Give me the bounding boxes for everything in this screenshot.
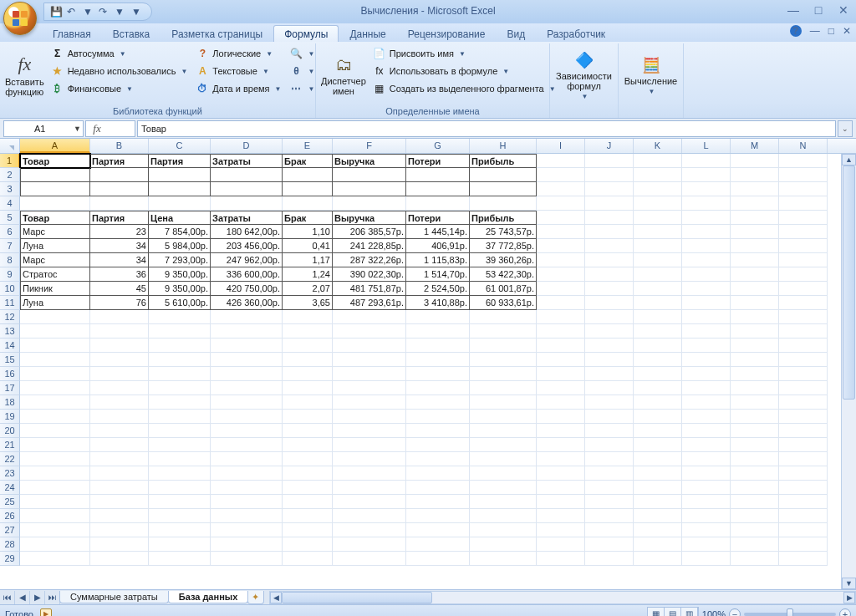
cell-B9[interactable]: 36 [90,267,149,282]
cell-K4[interactable] [634,196,682,211]
cell-B14[interactable] [90,339,149,353]
cell-D14[interactable] [211,339,283,353]
column-header-C[interactable]: C [149,139,211,153]
cell-A26[interactable] [20,509,90,523]
cell-A23[interactable] [20,466,90,481]
cell-F7[interactable]: 241 228,85р. [333,239,406,253]
cell-F11[interactable]: 487 293,61р. [333,296,406,310]
cell-E25[interactable] [283,495,333,509]
cell-F12[interactable] [333,310,406,324]
cell-K17[interactable] [634,381,682,395]
cell-N17[interactable] [779,381,828,395]
cell-A1[interactable]: Товар [20,154,90,168]
row-header-28[interactable]: 28 [0,537,20,552]
cell-E23[interactable] [283,466,333,481]
cell-M22[interactable] [731,452,779,466]
cell-K24[interactable] [634,481,682,495]
cell-K11[interactable] [634,296,682,310]
cell-C6[interactable]: 7 854,00р. [149,225,211,239]
cell-K6[interactable] [634,225,682,239]
cell-M27[interactable] [731,523,779,537]
cell-L10[interactable] [682,282,731,296]
cell-M8[interactable] [731,253,779,267]
cell-D12[interactable] [211,310,283,324]
cell-B23[interactable] [90,466,149,481]
cell-N5[interactable] [779,211,828,225]
scroll-right-icon[interactable]: ▶ [843,592,855,603]
cell-F28[interactable] [333,537,406,552]
cell-B29[interactable] [90,552,149,566]
row-header-11[interactable]: 11 [0,296,20,310]
row-header-3[interactable]: 3 [0,182,20,196]
cell-N19[interactable] [779,410,828,424]
cell-G12[interactable] [406,310,470,324]
cell-K5[interactable] [634,211,682,225]
ribbon-tab-вставка[interactable]: Вставка [102,25,161,42]
cell-G10[interactable]: 2 524,50р. [406,282,470,296]
row-header-7[interactable]: 7 [0,239,20,253]
cell-M16[interactable] [731,367,779,381]
zoom-slider[interactable] [744,613,836,616]
row-header-10[interactable]: 10 [0,282,20,296]
cell-K13[interactable] [634,324,682,339]
cell-F6[interactable]: 206 385,57р. [333,225,406,239]
cell-I14[interactable] [537,339,585,353]
cell-K19[interactable] [634,410,682,424]
horizontal-scrollbar[interactable]: ◀ ▶ [269,591,856,604]
cell-J15[interactable] [585,353,634,367]
cell-L28[interactable] [682,537,731,552]
row-header-27[interactable]: 27 [0,523,20,537]
ribbon-tab-вид[interactable]: Вид [496,25,536,42]
cell-C26[interactable] [149,509,211,523]
cell-I13[interactable] [537,324,585,339]
cell-G6[interactable]: 1 445,14р. [406,225,470,239]
cell-J26[interactable] [585,509,634,523]
cell-N21[interactable] [779,438,828,452]
cell-F22[interactable] [333,452,406,466]
cell-C29[interactable] [149,552,211,566]
cell-L27[interactable] [682,523,731,537]
cell-K12[interactable] [634,310,682,324]
cell-A21[interactable] [20,438,90,452]
help-icon[interactable]: ? [790,25,802,37]
scroll-down-icon[interactable]: ▼ [842,578,856,589]
cell-A29[interactable] [20,552,90,566]
ribbon-cmd-использовать-в-формуле[interactable]: fxИспользовать в формуле▼ [369,63,559,79]
cell-E29[interactable] [283,552,333,566]
cell-E21[interactable] [283,438,333,452]
cell-H11[interactable]: 60 933,61р. [470,296,537,310]
cell-M2[interactable] [731,168,779,182]
cell-M15[interactable] [731,353,779,367]
cell-H7[interactable]: 37 772,85р. [470,239,537,253]
cell-I5[interactable] [537,211,585,225]
ribbon-cmd-недавно-использовались[interactable]: ★Недавно использовались▼ [48,63,191,79]
cell-I29[interactable] [537,552,585,566]
ribbon-tab-разметка страницы[interactable]: Разметка страницы [160,25,273,42]
cell-E3[interactable] [283,182,333,196]
cell-L4[interactable] [682,196,731,211]
cell-H3[interactable] [470,182,537,196]
cell-F17[interactable] [333,381,406,395]
cell-B13[interactable] [90,324,149,339]
cell-L9[interactable] [682,267,731,282]
sheet-nav-next-icon[interactable]: ▶ [30,591,45,604]
cell-M12[interactable] [731,310,779,324]
cell-M9[interactable] [731,267,779,282]
cell-M10[interactable] [731,282,779,296]
cell-K7[interactable] [634,239,682,253]
cell-H26[interactable] [470,509,537,523]
cell-B19[interactable] [90,410,149,424]
cell-D26[interactable] [211,509,283,523]
cell-E12[interactable] [283,310,333,324]
cell-E2[interactable] [283,168,333,182]
cell-L29[interactable] [682,552,731,566]
cell-H21[interactable] [470,438,537,452]
cell-C15[interactable] [149,353,211,367]
cell-B25[interactable] [90,495,149,509]
cell-H28[interactable] [470,537,537,552]
cell-M29[interactable] [731,552,779,566]
zoom-out-button[interactable]: − [729,608,741,617]
cell-D3[interactable] [211,182,283,196]
cell-I15[interactable] [537,353,585,367]
cell-J19[interactable] [585,410,634,424]
